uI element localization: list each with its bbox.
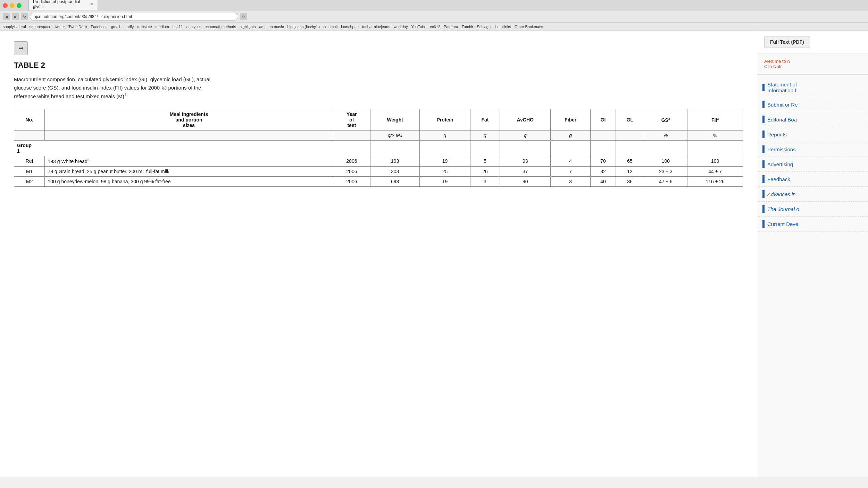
bookmark-econmathmethods[interactable]: econmathmethods — [205, 25, 236, 29]
bookmark-pandora[interactable]: Pandora — [444, 25, 458, 29]
sidebar-item-permissions[interactable]: Permissions — [757, 142, 868, 157]
sidebar-item-advances[interactable]: Advances in — [757, 187, 868, 202]
bookmark-launchpad[interactable]: launchpad — [341, 25, 359, 29]
cell-fiber: 3 — [551, 176, 591, 186]
unit-meal — [45, 131, 333, 141]
nav-arrow-button[interactable]: ➡ — [14, 41, 28, 55]
tab-close-icon[interactable]: ✕ — [91, 2, 93, 6]
unit-gl — [616, 131, 644, 141]
cell-year: 2006 — [333, 156, 370, 167]
bookmark-other[interactable]: Other Bookmarks — [515, 25, 544, 29]
cell-fat: 5 — [470, 156, 500, 167]
cell-weight: 698 — [370, 176, 420, 186]
right-sidebar: Full Text (PDF) Alert me to nClin Nutr S… — [757, 31, 868, 477]
unit-fiber: g — [551, 131, 591, 141]
url-input[interactable] — [30, 13, 238, 20]
bookmark-youtube[interactable]: YouTube — [411, 25, 426, 29]
sidebar-item-label: Editorial Boa — [767, 117, 797, 123]
group-year — [333, 141, 370, 156]
cell-avcho: 90 — [500, 176, 550, 186]
bookmarks-bar: supplyisideral squarespace twitter Tweet… — [0, 22, 868, 31]
bookmark-facebook[interactable]: Facebook — [91, 25, 107, 29]
pdf-button[interactable]: Full Text (PDF) — [764, 36, 810, 48]
bookmark-bluejeans[interactable]: bluejeans (becky's) — [287, 25, 320, 29]
cell-no: M1 — [14, 166, 45, 176]
cell-fiber: 7 — [551, 166, 591, 176]
bookmark-tweetdeck[interactable]: TweetDeck — [68, 25, 87, 29]
blue-bar-icon — [762, 101, 765, 108]
cell-meal: 100 g honeydew-melon, 98 g banana, 300 g… — [45, 176, 333, 186]
sidebar-item-journal[interactable]: The Journal o — [757, 202, 868, 217]
bookmark-schlager[interactable]: Schlager — [477, 25, 492, 29]
bookmark-squarespace[interactable]: squarespace — [30, 25, 51, 29]
table-row: Ref 193 g White bread3 2006 193 19 5 93 … — [14, 156, 743, 167]
bookmark-supplyisideral[interactable]: supplyisideral — [3, 25, 26, 29]
bookmark-twitter[interactable]: twitter — [55, 25, 65, 29]
table-header-row: No. Meal ingredientsand portionsizes Yea… — [14, 109, 743, 131]
bookmark-highlights[interactable]: highlights — [240, 25, 256, 29]
cell-protein: 25 — [420, 166, 470, 176]
col-weight: Weight — [370, 109, 420, 131]
group-gi — [590, 141, 616, 156]
description-line3: reference white bread and test mixed mea… — [14, 93, 126, 99]
sidebar-item-label: Permissions — [767, 146, 796, 152]
bookmark-analytics[interactable]: analytics — [186, 25, 201, 29]
group-fat — [470, 141, 500, 156]
cell-gs: 47 ± 6 — [644, 176, 687, 186]
bookmark-translate[interactable]: translate — [137, 25, 152, 29]
bookmark-amazon-music[interactable]: amazon music — [259, 25, 284, 29]
col-no: No. — [14, 109, 45, 131]
back-button[interactable]: ◀ — [3, 13, 10, 20]
group-label: Group1 — [14, 141, 333, 156]
table-title: TABLE 2 — [14, 61, 743, 70]
sidebar-item-feedback[interactable]: Feedback — [757, 172, 868, 187]
group-protein — [420, 141, 470, 156]
cell-fii: 44 ± 7 — [687, 166, 743, 176]
col-year: Yearoftest — [333, 109, 370, 131]
sidebar-item-advertising[interactable]: Advertising — [757, 157, 868, 172]
bookmark-gmail[interactable]: gmail — [111, 25, 120, 29]
bookmark-button[interactable]: ☆ — [240, 13, 247, 20]
col-protein: Protein — [420, 109, 470, 131]
unit-fii: % — [687, 131, 743, 141]
active-tab[interactable]: Prediction of postprandial glyc... ✕ — [28, 0, 98, 10]
bookmark-tumblr[interactable]: Tumblr — [461, 25, 473, 29]
col-avcho: AvCHO — [500, 109, 550, 131]
sidebar-nav: Statement ofInformation f Submit or Re E… — [757, 75, 868, 235]
sidebar-item-reprints[interactable]: Reprints — [757, 127, 868, 142]
address-bar: ◀ ▶ ↻ ☆ — [0, 11, 868, 22]
forward-button[interactable]: ▶ — [12, 13, 19, 20]
bookmark-ec612[interactable]: ec612 — [430, 25, 440, 29]
close-button[interactable] — [3, 3, 8, 8]
bookmark-workday[interactable]: workday — [394, 25, 408, 29]
browser-chrome: Prediction of postprandial glyc... ✕ ◀ ▶… — [0, 0, 868, 31]
main-area: ➡ TABLE 2 Macronutrient composition, cal… — [0, 31, 868, 477]
bookmark-medium[interactable]: medium — [156, 25, 169, 29]
sidebar-item-label: Current Deve — [767, 221, 798, 227]
bookmark-tushar[interactable]: tushar bluejeans — [362, 25, 390, 29]
sidebar-item-label: Advances in — [767, 191, 796, 197]
cell-protein: 19 — [420, 176, 470, 186]
refresh-button[interactable]: ↻ — [21, 13, 28, 20]
sidebar-item-statement[interactable]: Statement ofInformation f — [757, 78, 868, 97]
table-row: M1 78 g Grain bread, 25 g peanut butter,… — [14, 166, 743, 176]
cell-fii: 100 — [687, 156, 743, 167]
cell-fat: 3 — [470, 176, 500, 186]
bookmark-ec411[interactable]: ec411 — [173, 25, 183, 29]
maximize-button[interactable] — [17, 3, 22, 8]
blue-bar-icon — [762, 131, 765, 138]
sidebar-item-current[interactable]: Current Deve — [757, 217, 868, 232]
col-gs: GS2 — [644, 109, 687, 131]
bookmark-coemail[interactable]: co email — [323, 25, 337, 29]
table-row: M2 100 g honeydew-melon, 98 g banana, 30… — [14, 176, 743, 186]
sidebar-item-submit[interactable]: Submit or Re — [757, 97, 868, 112]
table-unit-row: g/2 MJ g g g g % % — [14, 131, 743, 141]
minimize-button[interactable] — [10, 3, 15, 8]
col-fiber: Fiber — [551, 109, 591, 131]
pdf-label: Full Text (PDF) — [770, 39, 804, 45]
description-sup: 1 — [124, 93, 126, 97]
blue-bar-icon — [762, 175, 765, 183]
bookmark-backlinks[interactable]: backlinks — [495, 25, 511, 29]
bookmark-storify[interactable]: storify — [124, 25, 134, 29]
sidebar-item-editorial[interactable]: Editorial Boa — [757, 112, 868, 127]
